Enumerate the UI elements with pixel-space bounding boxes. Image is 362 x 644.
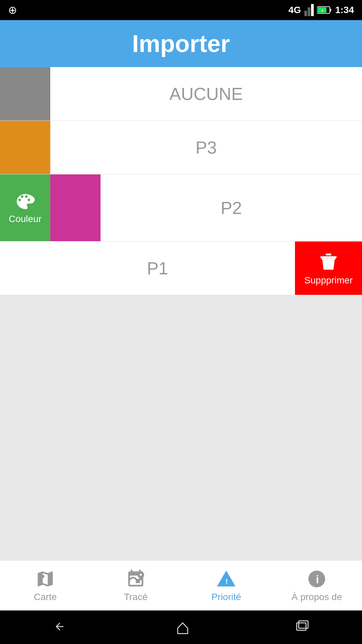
nav-label-carte: Carte — [34, 592, 57, 602]
svg-marker-0 — [304, 11, 307, 16]
list-item-label-p3: P3 — [50, 121, 362, 174]
page-title: Importer — [132, 30, 230, 57]
svg-marker-1 — [308, 7, 310, 16]
color-swatch-p2-green[interactable]: Couleur — [0, 174, 50, 241]
color-swatch-p3 — [0, 121, 50, 174]
list-item-label-p1: P1 — [0, 241, 295, 295]
list-item[interactable]: P3 — [0, 121, 362, 174]
trace-icon — [126, 569, 146, 589]
svg-text:i: i — [316, 573, 319, 585]
svg-rect-14 — [297, 623, 306, 630]
list-item[interactable]: Couleur P2 — [0, 174, 362, 241]
main-layout: Importer AUCUNE P3 Couleur — [0, 20, 362, 610]
app-bar: Importer — [0, 20, 362, 67]
priority-list: AUCUNE P3 Couleur P2 — [0, 67, 362, 295]
priority-icon: ! — [216, 569, 236, 589]
back-button[interactable] — [51, 620, 71, 635]
list-item-label-p2: P2 — [101, 174, 362, 241]
trash-icon — [318, 251, 339, 272]
list-item-label-aucune: AUCUNE — [50, 67, 362, 120]
nav-label-apropos: À propos de — [292, 592, 342, 602]
info-icon: i — [307, 569, 327, 589]
delete-button[interactable]: Suppprimer — [295, 241, 362, 295]
list-item[interactable]: P1 Suppprimer — [0, 241, 362, 295]
nav-item-trace[interactable]: Tracé — [90, 560, 181, 610]
battery-icon: ⚡ — [317, 6, 332, 14]
system-nav-bar — [0, 610, 362, 644]
color-swatch-p2-pink — [50, 174, 101, 241]
delete-label: Suppprimer — [304, 275, 353, 286]
nav-label-priorite: Priorité — [212, 592, 241, 602]
palette-icon — [15, 192, 35, 212]
signal-icon — [304, 4, 314, 16]
color-swatch-aucune — [0, 67, 50, 120]
svg-rect-15 — [299, 621, 308, 628]
recents-button[interactable] — [294, 618, 311, 636]
map-icon — [35, 569, 55, 589]
bottom-navigation: Carte Tracé ! Priorité — [0, 560, 362, 610]
nav-label-trace: Tracé — [124, 592, 148, 602]
gps-icon: ⊕ — [8, 4, 17, 16]
list-item[interactable]: AUCUNE — [0, 67, 362, 121]
svg-text:⚡: ⚡ — [320, 8, 325, 13]
svg-text:!: ! — [226, 577, 228, 586]
clock: 1:34 — [335, 5, 354, 15]
network-indicator: 4G — [289, 5, 301, 15]
svg-marker-2 — [311, 4, 314, 16]
nav-item-priorite[interactable]: ! Priorité — [181, 560, 272, 610]
svg-point-8 — [41, 575, 45, 578]
svg-point-10 — [140, 574, 142, 576]
nav-item-carte[interactable]: Carte — [0, 560, 90, 610]
status-bar: ⊕ 4G ⚡ 1:34 — [0, 0, 362, 20]
svg-rect-4 — [330, 9, 331, 11]
nav-item-apropos[interactable]: i À propos de — [272, 560, 362, 610]
couleur-label: Couleur — [9, 214, 42, 224]
couleur-button[interactable]: Couleur — [9, 192, 42, 224]
home-button[interactable] — [174, 618, 191, 636]
